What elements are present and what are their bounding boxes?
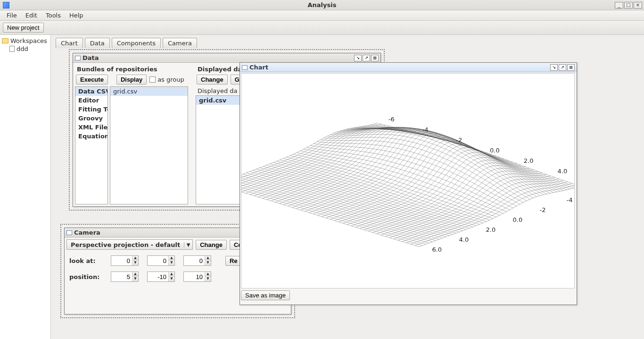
chart-window-min-icon[interactable]: ↘ [550, 64, 558, 71]
display-button[interactable]: Display [116, 75, 147, 85]
position-label: position: [69, 273, 102, 280]
spin-down-icon[interactable]: ▼ [169, 261, 174, 265]
look-at-label: look at: [69, 257, 102, 264]
svg-text:-2: -2 [540, 206, 546, 213]
menu-help[interactable]: Help [66, 11, 87, 20]
menu-file[interactable]: File [3, 11, 21, 20]
lookat-z-input[interactable] [184, 256, 205, 265]
data-window-title: Data [83, 54, 99, 61]
menu-tools[interactable]: Tools [42, 11, 65, 20]
new-project-button[interactable]: New project [3, 23, 44, 33]
tree-root-label: Workspaces [10, 37, 47, 44]
spin-down-icon[interactable]: ▼ [132, 261, 138, 265]
app-icon [3, 2, 9, 8]
tree-item-ddd[interactable]: ddd [1, 45, 50, 53]
spin-down-icon[interactable]: ▼ [205, 261, 211, 265]
change-button[interactable]: Change [197, 75, 228, 85]
tree-root-workspaces[interactable]: Workspaces [1, 37, 50, 45]
list-item[interactable]: Editor [75, 96, 107, 105]
spin-down-icon[interactable]: ▼ [132, 277, 138, 281]
svg-text:4.0: 4.0 [558, 168, 568, 175]
folder-icon [2, 38, 8, 43]
spin-up-icon[interactable]: ▲ [169, 256, 174, 261]
chart-window-titlebar[interactable]: Chart ↘ ↗ ⊠ [240, 63, 577, 72]
tab-data[interactable]: Data [85, 38, 110, 48]
chart-window-title: Chart [249, 64, 268, 71]
tab-components[interactable]: Components [112, 38, 161, 48]
content-area: Chart Data Components Camera Data ↘ ↗ ⊠ [51, 35, 644, 339]
list-item[interactable]: grid.csv [110, 87, 188, 96]
data-window-max-icon[interactable]: ↗ [363, 55, 370, 61]
window-maximize-button[interactable]: □ [624, 2, 633, 8]
as-group-checkbox[interactable]: as group [149, 76, 184, 83]
list-item[interactable]: Fitting To [75, 105, 107, 114]
repository-type-list[interactable]: Data CSV Editor Fitting To Groovy XML Fi… [75, 86, 108, 204]
chevron-down-icon: ▼ [184, 242, 192, 247]
svg-text:2.0: 2.0 [486, 226, 496, 233]
spin-up-icon[interactable]: ▲ [205, 272, 211, 277]
as-group-label: as group [157, 76, 184, 83]
lookat-z-spinner[interactable]: ▲▼ [183, 255, 211, 266]
window-icon [242, 65, 248, 70]
svg-text:0.0: 0.0 [513, 216, 523, 223]
list-item[interactable]: Equation [75, 132, 107, 141]
position-x-spinner[interactable]: ▲▼ [111, 271, 139, 282]
spin-up-icon[interactable]: ▲ [132, 256, 138, 261]
svg-text:0.0: 0.0 [490, 147, 500, 154]
file-icon [9, 46, 15, 52]
save-as-image-button[interactable]: Save as image [241, 290, 290, 300]
window-minimize-button[interactable]: _ [615, 2, 623, 8]
position-x-input[interactable] [111, 272, 132, 281]
spin-down-icon[interactable]: ▼ [169, 277, 174, 281]
spin-down-icon[interactable]: ▼ [205, 277, 211, 281]
svg-text:-6: -6 [388, 116, 395, 123]
toolbar: New project [0, 21, 644, 35]
view-tabs: Chart Data Components Camera [51, 35, 644, 48]
projection-dropdown[interactable]: Perspective projection - default ▼ [66, 239, 193, 250]
execute-button[interactable]: Execute [76, 75, 108, 85]
chart-window-close-icon[interactable]: ⊠ [567, 64, 575, 71]
tab-chart[interactable]: Chart [56, 38, 83, 48]
spin-up-icon[interactable]: ▲ [169, 272, 174, 277]
camera-window-title: Camera [74, 229, 100, 236]
data-window-min-icon[interactable]: ↘ [354, 55, 362, 61]
window-title: Analysis [0, 1, 644, 8]
lookat-x-input[interactable] [111, 256, 132, 265]
menu-edit[interactable]: Edit [22, 11, 41, 20]
window-close-button[interactable]: × [634, 2, 642, 8]
repository-files-list[interactable]: grid.csv [110, 86, 188, 204]
svg-text:6.0: 6.0 [432, 246, 442, 253]
lookat-y-input[interactable] [148, 256, 168, 265]
tab-camera[interactable]: Camera [163, 38, 197, 48]
position-y-input[interactable] [148, 272, 168, 281]
projection-value: Perspective projection - default [67, 241, 184, 248]
spin-up-icon[interactable]: ▲ [132, 272, 138, 277]
svg-text:-4: -4 [422, 126, 429, 133]
checkbox-icon [149, 76, 156, 83]
window-icon [75, 56, 81, 60]
svg-text:4.0: 4.0 [459, 236, 469, 243]
svg-text:-4: -4 [567, 196, 573, 203]
surface-plot[interactable]: -6-4-20.02.04.06.06.04.02.00.0-2-4-6 [241, 73, 575, 288]
position-z-spinner[interactable]: ▲▼ [183, 271, 211, 282]
list-item[interactable]: Data CSV [75, 87, 107, 96]
list-item[interactable]: Groovy [75, 114, 107, 123]
position-y-spinner[interactable]: ▲▼ [147, 271, 175, 282]
chart-window-max-icon[interactable]: ↗ [559, 64, 566, 71]
position-z-input[interactable] [184, 272, 205, 281]
tree-child-label: ddd [17, 45, 28, 52]
data-window-close-icon[interactable]: ⊠ [371, 55, 379, 61]
bundles-label: Bundles of repositories [75, 65, 188, 74]
list-item[interactable]: XML File [75, 123, 107, 132]
camera-change-button[interactable]: Change [196, 240, 227, 250]
lookat-y-spinner[interactable]: ▲▼ [147, 255, 175, 266]
window-titlebar: Analysis _ □ × [0, 0, 644, 10]
svg-text:-2: -2 [456, 136, 462, 144]
chart-window: Chart ↘ ↗ ⊠ -6-4-20.02.04.06.06.04.02.00… [239, 62, 577, 305]
svg-text:2.0: 2.0 [524, 157, 534, 164]
menubar: File Edit Tools Help [0, 10, 644, 21]
spin-up-icon[interactable]: ▲ [205, 256, 211, 261]
data-window-titlebar[interactable]: Data ↘ ↗ ⊠ [73, 53, 380, 63]
lookat-x-spinner[interactable]: ▲▼ [111, 255, 139, 266]
window-icon [66, 230, 72, 235]
